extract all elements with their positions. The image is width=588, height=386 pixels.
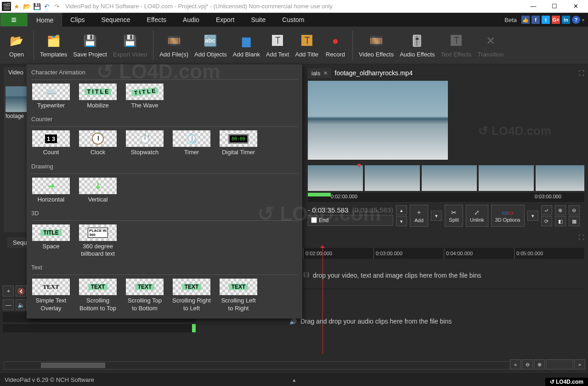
- add-blank-button[interactable]: ▆Add Blank: [231, 31, 262, 60]
- menu-tab-audio[interactable]: Audio: [175, 13, 208, 27]
- popup-item-mobilize[interactable]: T I T L E Mobilize: [78, 84, 118, 109]
- zoom-slider[interactable]: [546, 359, 573, 369]
- transition-button[interactable]: ✕Transition: [476, 31, 506, 60]
- tl-up1[interactable]: ▴: [396, 205, 407, 215]
- bin-tab-video[interactable]: Video: [4, 67, 28, 79]
- tl-btn-d[interactable]: ▦: [569, 216, 580, 226]
- tl-btn-b[interactable]: ⟳: [541, 216, 552, 226]
- help-icon[interactable]: ?: [572, 16, 580, 24]
- popup-item-scrolllr[interactable]: TEXTScrolling Left to Right: [219, 279, 258, 312]
- track-speaker-button[interactable]: 🔈: [16, 299, 27, 310]
- preview-video[interactable]: [308, 81, 448, 160]
- tl-zoomin[interactable]: ⊕: [555, 205, 566, 215]
- linkedin-icon[interactable]: in: [562, 16, 570, 24]
- popup-item-typewriter[interactable]: ⌨️ Typewriter: [31, 84, 71, 109]
- zoom-prev[interactable]: «: [510, 359, 521, 369]
- menu-tab-export[interactable]: Export: [208, 13, 243, 27]
- preview-playhead-icon[interactable]: ▼: [356, 162, 362, 169]
- wave-icon: T I T L E: [126, 84, 164, 100]
- tl-drop[interactable]: ▾: [431, 211, 442, 221]
- end-checkbox[interactable]: End: [308, 215, 393, 226]
- redo-icon[interactable]: ↷: [52, 2, 62, 11]
- facebook-icon[interactable]: f: [531, 16, 540, 24]
- unlink-button[interactable]: ⤢Unlink: [466, 205, 488, 227]
- tl-restore-icon[interactable]: ⛶: [578, 234, 584, 241]
- ribbon: 📂Open 🗂️Templates 💾Save Project 💾Export …: [0, 27, 588, 64]
- menu-tab-effects[interactable]: Effects: [139, 13, 175, 27]
- count-icon: 1 3: [32, 130, 70, 147]
- popup-item-count[interactable]: 1 3Count: [31, 130, 71, 156]
- zoom-out[interactable]: ⊖: [522, 359, 533, 369]
- popup-item-360billboard[interactable]: PLACE IN360360 degree billboard text: [78, 224, 118, 258]
- preview-tab[interactable]: ials✕: [308, 68, 331, 78]
- save-project-button[interactable]: 💾Save Project: [71, 31, 109, 60]
- restore-icon[interactable]: ⛶: [578, 70, 584, 77]
- like-icon[interactable]: 👍: [521, 16, 530, 24]
- popup-item-thewave[interactable]: T I T L E The Wave: [125, 84, 164, 109]
- statusbar-caret-icon[interactable]: ▴: [293, 376, 296, 383]
- scrollbar-thumb[interactable]: [41, 363, 105, 368]
- popup-item-timer[interactable]: ⏲️Timer: [172, 130, 211, 156]
- popup-item-scrollrl[interactable]: TEXTScrolling Right to Left: [172, 279, 211, 312]
- open-icon[interactable]: 📂: [22, 2, 31, 11]
- popup-item-horizontal[interactable]: ➜Horizontal: [31, 178, 71, 203]
- popup-item-stopwatch[interactable]: ⏱️Stopwatch: [125, 130, 164, 156]
- menu-tab-custom[interactable]: Custom: [274, 13, 312, 27]
- undo-icon[interactable]: ↶: [42, 2, 51, 11]
- timeline-toolbar: - 0:03:35.583 (0:03:35.583) End ▴▾ ＋Add …: [308, 202, 583, 229]
- save-icon[interactable]: 💾: [32, 2, 41, 11]
- menu-tab-suite[interactable]: Suite: [243, 13, 274, 27]
- zoom-next[interactable]: »: [574, 359, 585, 369]
- menu-tab-home[interactable]: Home: [28, 13, 62, 27]
- timeline-scrollbar[interactable]: [4, 361, 524, 369]
- tl-zoomout[interactable]: ⊖: [569, 205, 580, 215]
- add-button[interactable]: ＋Add: [410, 205, 428, 227]
- beta-label: Beta: [504, 17, 517, 23]
- track-left-btn[interactable]: —: [3, 299, 14, 310]
- video-effects-button[interactable]: 🎞️Video Effects: [357, 31, 396, 60]
- add-files-button[interactable]: 🎞️Add File(s): [158, 31, 190, 60]
- help-dropdown-icon[interactable]: ▾: [582, 17, 584, 22]
- mute-button[interactable]: 🔇: [16, 285, 27, 296]
- audio-track[interactable]: 🔊 Drag and drop your audio clips here fr…: [289, 308, 584, 335]
- popup-item-simpletext[interactable]: TEXTSimple Text Overlay: [31, 279, 71, 312]
- zoom-in[interactable]: ⊕: [534, 359, 545, 369]
- add-track-button[interactable]: ＋: [3, 285, 14, 296]
- tl-btn-c[interactable]: ◧: [555, 216, 566, 226]
- add-files-icon: 🎞️: [166, 33, 182, 49]
- hamburger-menu[interactable]: ≡: [0, 13, 28, 27]
- video-track[interactable]: 🎞 drop your video, text and image clips …: [303, 262, 584, 289]
- maximize-button[interactable]: ☐: [544, 0, 565, 13]
- export-video-button[interactable]: 💾Export Video: [111, 31, 149, 60]
- 3d-options-button[interactable]: ▭▭3D Options: [491, 205, 525, 227]
- popup-item-vertical[interactable]: ➜Vertical: [78, 178, 118, 203]
- close-tab-icon[interactable]: ✕: [323, 70, 328, 76]
- googleplus-icon[interactable]: G+: [552, 16, 560, 24]
- tl-down1[interactable]: ▾: [396, 216, 407, 226]
- timeline-ruler[interactable]: 0:02:00.000 0:03:00.000 0:04:00.000 0:05…: [303, 248, 584, 259]
- close-button[interactable]: ✕: [565, 0, 586, 13]
- scrub-bar[interactable]: 0:02:00.000 0:03:00.000: [308, 193, 584, 202]
- popup-item-space[interactable]: TITLESpace: [31, 224, 71, 258]
- templates-button[interactable]: 🗂️Templates: [38, 31, 69, 60]
- record-button[interactable]: ●Record: [322, 31, 348, 60]
- add-text-button[interactable]: 🆃Add Text: [264, 31, 291, 60]
- menu-tab-sequence[interactable]: Sequence: [93, 13, 138, 27]
- audio-clip-strip-2[interactable]: [3, 324, 196, 332]
- minimize-button[interactable]: —: [523, 0, 544, 13]
- popup-item-clock[interactable]: Clock: [78, 130, 118, 156]
- tl-drop2[interactable]: ▾: [527, 211, 538, 221]
- audio-effects-button[interactable]: 🎚️Audio Effects: [398, 31, 436, 60]
- popup-item-digitaltimer[interactable]: 00:00Digital Timer: [219, 130, 258, 156]
- popup-item-scrollbt[interactable]: TEXTScrolling Bottom to Top: [78, 279, 118, 312]
- twitter-icon[interactable]: t: [542, 16, 550, 24]
- text-effects-button[interactable]: 🆃Text Effects: [439, 31, 474, 60]
- tl-btn-a[interactable]: ⤾: [541, 205, 552, 215]
- popup-item-scrolltb[interactable]: TEXTScrolling Top to Bottom: [125, 279, 164, 312]
- split-button[interactable]: ✂Split: [445, 205, 463, 227]
- add-title-button[interactable]: 🆃Add Title: [293, 31, 320, 60]
- new-icon[interactable]: ★: [12, 2, 21, 11]
- open-button[interactable]: 📂Open: [4, 31, 29, 60]
- menu-tab-clips[interactable]: Clips: [62, 13, 93, 27]
- add-objects-button[interactable]: 🔤Add Objects: [192, 31, 229, 60]
